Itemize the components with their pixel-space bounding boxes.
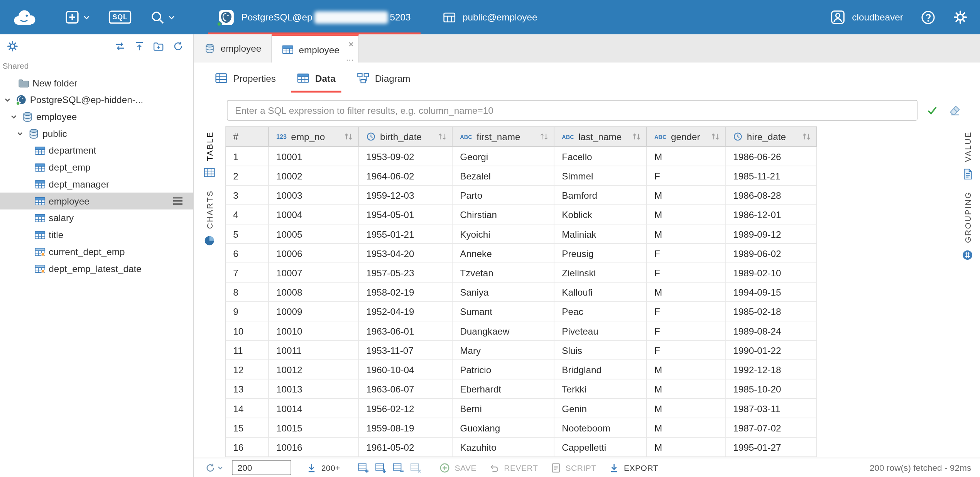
tab-employee-database[interactable]: employee [194,34,272,63]
cell-hire-date[interactable]: 1989-08-24 [726,321,817,341]
table-row[interactable]: 11 10011 1953-11-07 Mary Sluis F 1990-01… [226,341,817,360]
cloudbeaver-logo[interactable] [0,0,47,34]
cell-last-name[interactable]: Maliniak [554,225,647,244]
column-header-gender[interactable]: ABC gender [647,127,726,146]
row-number-cell[interactable]: 10 [226,321,269,341]
tree-item-table-department[interactable]: department [0,142,193,159]
cell-last-name[interactable]: Preusig [554,244,647,263]
presentation-tab-table[interactable]: TABLE [204,131,215,177]
table-row[interactable]: 7 10007 1957-05-23 Tzvetan Zielinski F 1… [226,263,817,282]
connection-search-button[interactable] [141,0,184,34]
sql-editor-button[interactable]: SQL [100,0,141,34]
cell-first-name[interactable]: Berni [453,399,554,418]
row-number-cell[interactable]: 9 [226,302,269,321]
panel-tab-grouping[interactable]: GROUPING [962,191,973,260]
cell-hire-date[interactable]: 1995-01-27 [726,438,817,457]
table-row[interactable]: 13 10013 1963-06-07 Eberhardt Terkki M 1… [226,379,817,399]
sort-icon[interactable] [438,132,447,140]
cell-first-name[interactable]: Georgi [453,147,554,166]
tab-properties[interactable]: Properties [206,63,285,94]
link-with-editor-button[interactable] [110,37,129,55]
sort-icon[interactable] [632,132,641,140]
column-header-last-name[interactable]: ABC last_name [554,127,647,146]
row-number-cell[interactable]: 1 [226,147,269,166]
tree-item-table-dept-manager[interactable]: dept_manager [0,176,193,193]
cell-hire-date[interactable]: 1989-06-02 [726,244,817,263]
row-number-cell[interactable]: 4 [226,205,269,224]
expand-chevron-icon[interactable] [2,95,12,105]
cell-first-name[interactable]: Parto [453,186,554,205]
cell-hire-date[interactable]: 1986-08-28 [726,186,817,205]
cell-last-name[interactable]: Terkki [554,379,647,399]
column-header-hire-date[interactable]: hire_date [726,127,817,146]
cell-first-name[interactable]: Eberhardt [453,379,554,399]
row-number-cell[interactable]: 12 [226,360,269,379]
table-row[interactable]: 9 10009 1952-04-19 Sumant Peac F 1985-02… [226,302,817,321]
cell-emp-no[interactable]: 10003 [269,186,359,205]
cell-first-name[interactable]: Patricio [453,360,554,379]
cell-emp-no[interactable]: 10007 [269,263,359,282]
tree-item-table-employee[interactable]: employee [0,193,193,210]
cell-hire-date[interactable]: 1990-01-22 [726,341,817,360]
cell-birth-date[interactable]: 1961-05-02 [359,438,453,457]
cell-first-name[interactable]: Kazuhito [453,438,554,457]
cell-first-name[interactable]: Chirstian [453,205,554,224]
cell-emp-no[interactable]: 10005 [269,225,359,244]
expand-chevron-icon[interactable] [9,112,19,122]
tree-item-view-dept-emp-latest-date[interactable]: dept_emp_latest_date [0,260,193,277]
new-object-button[interactable] [55,0,100,34]
tab-employee-table[interactable]: employee × … [272,34,359,63]
table-row[interactable]: 16 10016 1961-05-02 Kazuhito Cappelletti… [226,438,817,457]
cell-birth-date[interactable]: 1954-05-01 [359,205,453,224]
fetch-size-input[interactable] [232,460,291,475]
script-button[interactable]: SCRIPT [544,462,602,473]
cell-birth-date[interactable]: 1953-11-07 [359,341,453,360]
row-number-cell[interactable]: 6 [226,244,269,263]
add-row-button[interactable] [358,462,370,474]
cell-first-name[interactable]: Duangkaew [453,321,554,341]
cell-gender[interactable]: F [647,166,726,186]
cell-birth-date[interactable]: 1959-08-19 [359,418,453,438]
close-icon[interactable]: × [348,39,354,49]
row-number-cell[interactable]: 14 [226,399,269,418]
cell-gender[interactable]: M [647,418,726,438]
cell-last-name[interactable]: Nooteboom [554,418,647,438]
table-row[interactable]: 4 10004 1954-05-01 Chirstian Koblick M 1… [226,205,817,224]
row-number-cell[interactable]: 13 [226,379,269,399]
table-row[interactable]: 8 10008 1958-02-19 Saniya Kalloufi M 199… [226,282,817,302]
fetch-more-button[interactable]: 200+ [300,462,347,473]
cell-hire-date[interactable]: 1986-06-26 [726,147,817,166]
row-number-cell[interactable]: 11 [226,341,269,360]
cell-gender[interactable]: M [647,379,726,399]
delete-row-button[interactable] [393,462,405,474]
cell-last-name[interactable]: Bridgland [554,360,647,379]
cell-emp-no[interactable]: 10014 [269,399,359,418]
tree-item-connection-postgresql[interactable]: PostgreSQL@ep-hidden-... [0,91,193,108]
edit-value-button[interactable] [410,462,422,474]
table-row[interactable]: 6 10006 1953-04-20 Anneke Preusig F 1989… [226,244,817,263]
cell-gender[interactable]: F [647,321,726,341]
cell-birth-date[interactable]: 1963-06-07 [359,379,453,399]
tree-item-schema-public[interactable]: public [0,125,193,142]
save-button[interactable]: SAVE [433,462,483,473]
cell-emp-no[interactable]: 10004 [269,205,359,224]
row-number-cell[interactable]: 8 [226,282,269,302]
table-row[interactable]: 2 10002 1964-06-02 Bezalel Simmel F 1985… [226,166,817,186]
duplicate-row-button[interactable] [375,462,387,474]
cell-last-name[interactable]: Simmel [554,166,647,186]
cell-birth-date[interactable]: 1953-09-02 [359,147,453,166]
row-number-cell[interactable]: 3 [226,186,269,205]
cell-hire-date[interactable]: 1994-09-15 [726,282,817,302]
cell-birth-date[interactable]: 1957-05-23 [359,263,453,282]
cell-emp-no[interactable]: 10010 [269,321,359,341]
cell-gender[interactable]: M [647,225,726,244]
cell-gender[interactable]: M [647,147,726,166]
cell-first-name[interactable]: Sumant [453,302,554,321]
tab-diagram[interactable]: Diagram [348,63,419,94]
cell-gender[interactable]: M [647,282,726,302]
cell-emp-no[interactable]: 10001 [269,147,359,166]
cell-gender[interactable]: M [647,399,726,418]
cell-gender[interactable]: F [647,302,726,321]
cell-emp-no[interactable]: 10002 [269,166,359,186]
cell-birth-date[interactable]: 1956-02-12 [359,399,453,418]
